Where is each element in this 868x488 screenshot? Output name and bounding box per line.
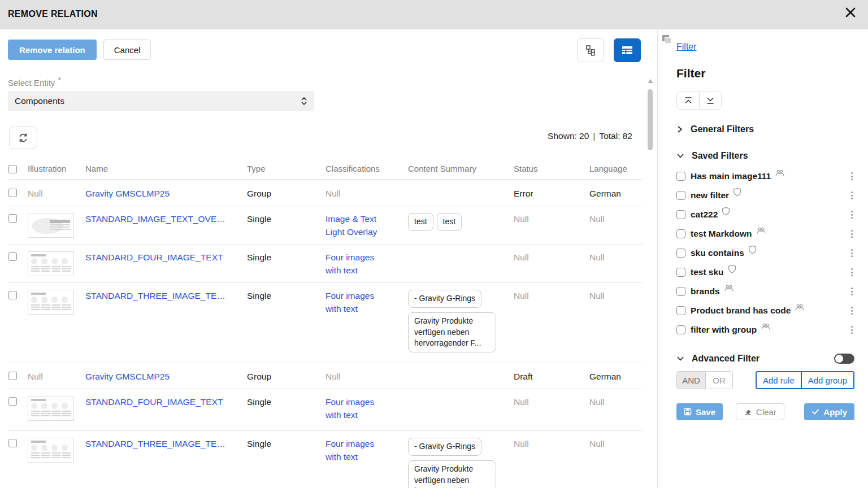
or-button[interactable]: OR [705, 372, 732, 389]
entity-select[interactable]: Components [8, 91, 314, 111]
expand-all-button[interactable] [699, 92, 721, 109]
shared-group-icon [756, 226, 766, 234]
cell-status: Draft [511, 371, 589, 383]
name-link[interactable]: Gravity GMSCLMP25 [85, 372, 170, 381]
content-chips: - Gravity G-RingsGravity Produkte verfüg… [408, 290, 511, 356]
saved-filter-checkbox[interactable] [676, 229, 685, 238]
shown-count: Shown: 20 [548, 131, 589, 141]
scroll-up-arrow-icon[interactable] [648, 79, 653, 83]
add-group-button[interactable]: Add group [801, 372, 853, 388]
scrollbar-thumb[interactable] [648, 89, 653, 150]
row-checkbox[interactable] [8, 252, 17, 261]
thumbnail-overlay [28, 213, 74, 238]
filter-sidebar: Filter Filter General Filters Saved Filt… [657, 29, 868, 488]
filter-menu-kebab-icon[interactable] [849, 170, 854, 182]
view-toggles [577, 38, 641, 62]
filter-menu-kebab-icon[interactable] [849, 228, 854, 240]
remove-relation-button[interactable]: Remove relation [8, 40, 97, 60]
saved-filter-checkbox[interactable] [676, 268, 685, 277]
saved-filter-checkbox[interactable] [676, 210, 685, 219]
classification-link[interactable]: Four images with text [326, 291, 374, 313]
filter-menu-kebab-icon[interactable] [849, 285, 854, 298]
name-link[interactable]: STANDARD_FOUR_IMAGE_TEXT [85, 252, 223, 262]
filter-menu-kebab-icon[interactable] [849, 324, 854, 336]
classification-link[interactable]: Four images with text [326, 439, 374, 461]
general-filters-section[interactable]: General Filters [676, 124, 854, 134]
saved-filter-checkbox[interactable] [676, 325, 685, 334]
classification-link[interactable]: Image & Text Light Overlay [326, 214, 377, 236]
name-link[interactable]: Gravity GMSCLMP25 [85, 189, 170, 198]
row-checkbox[interactable] [8, 397, 17, 406]
saved-filters-section[interactable]: Saved Filters [676, 151, 854, 161]
saved-filter-item: new filter [676, 186, 854, 205]
shared-group-icon [795, 303, 805, 311]
cell-checkbox [8, 438, 28, 447]
cell-type: Single [247, 396, 326, 408]
row-checkbox[interactable] [8, 439, 17, 447]
clear-filter-button[interactable]: Clear [736, 403, 784, 420]
table-row: STANDARD_THREE_IMAGE_TE…SingleFour image… [8, 283, 643, 363]
close-icon[interactable] [843, 5, 858, 20]
filter-menu-kebab-icon[interactable] [849, 189, 854, 202]
row-checkbox[interactable] [8, 214, 17, 223]
cancel-button[interactable]: Cancel [103, 40, 151, 60]
cell-status: Null [511, 251, 589, 264]
row-checkbox[interactable] [8, 189, 17, 197]
select-all-checkbox[interactable] [8, 165, 17, 173]
cell-classifications: Four images with text [326, 438, 408, 463]
fold-controls [676, 91, 722, 110]
classification-link[interactable]: Four images with text [326, 397, 374, 419]
advanced-filter-section[interactable]: Advanced Filter [676, 354, 854, 364]
cell-status: Null [511, 396, 589, 408]
refresh-button[interactable] [9, 127, 37, 149]
filter-menu-kebab-icon[interactable] [849, 266, 854, 278]
advanced-filter-toggle[interactable] [834, 354, 854, 364]
illustration-null: Null [28, 372, 43, 381]
name-link[interactable]: STANDARD_FOUR_IMAGE_TEXT [85, 397, 223, 407]
filter-menu-kebab-icon[interactable] [849, 208, 854, 221]
classification-link[interactable]: Four images with text [326, 252, 374, 274]
saved-filter-checkbox[interactable] [676, 191, 685, 200]
cell-type: Single [247, 213, 326, 225]
cell-classifications: Null [326, 188, 408, 200]
col-type: Type [247, 164, 326, 173]
saved-filter-checkbox[interactable] [676, 287, 685, 296]
thumbnail-four [28, 438, 74, 463]
saved-filter-label: filter with group [691, 325, 757, 335]
name-link[interactable]: STANDARD_IMAGE_TEXT_OVE… [85, 214, 225, 224]
saved-filter-checkbox[interactable] [676, 172, 685, 181]
saved-filter-checkbox[interactable] [676, 306, 685, 315]
table-row: STANDARD_IMAGE_TEXT_OVE…SingleImage & Te… [8, 206, 643, 245]
cell-status: Null [511, 438, 589, 450]
apply-filter-button[interactable]: Apply [804, 403, 854, 420]
collapse-all-button[interactable] [677, 92, 699, 109]
filter-panel-link[interactable]: Filter [676, 42, 697, 52]
cell-checkbox [8, 251, 28, 261]
filter-menu-kebab-icon[interactable] [849, 247, 854, 259]
language-value: German [589, 372, 621, 381]
table-view-button[interactable] [614, 38, 641, 62]
status-value: Null [514, 439, 529, 448]
filter-menu-kebab-icon[interactable] [849, 304, 854, 317]
language-value: Null [589, 397, 605, 407]
type-value: Single [247, 214, 271, 224]
add-rule-button[interactable]: Add rule [757, 372, 801, 388]
cell-illustration [28, 438, 85, 463]
row-checkbox[interactable] [8, 291, 17, 299]
tree-view-button[interactable] [577, 38, 604, 62]
cell-language: Null [589, 213, 643, 225]
dock-panel-icon[interactable] [662, 35, 672, 44]
table-view-icon [621, 45, 633, 55]
saved-filter-checkbox[interactable] [676, 249, 685, 258]
name-link[interactable]: STANDARD_THREE_IMAGE_TE… [85, 291, 225, 300]
and-button[interactable]: AND [677, 372, 705, 389]
status-value: Draft [514, 372, 533, 381]
name-link[interactable]: STANDARD_THREE_IMAGE_TE… [85, 439, 225, 448]
row-checkbox[interactable] [8, 372, 17, 380]
cell-illustration [28, 290, 85, 315]
cell-language: Null [589, 290, 643, 302]
shield-icon [748, 245, 757, 254]
type-value: Single [247, 291, 271, 300]
collapse-all-icon [684, 97, 693, 104]
save-filter-button[interactable]: Save [676, 403, 723, 420]
